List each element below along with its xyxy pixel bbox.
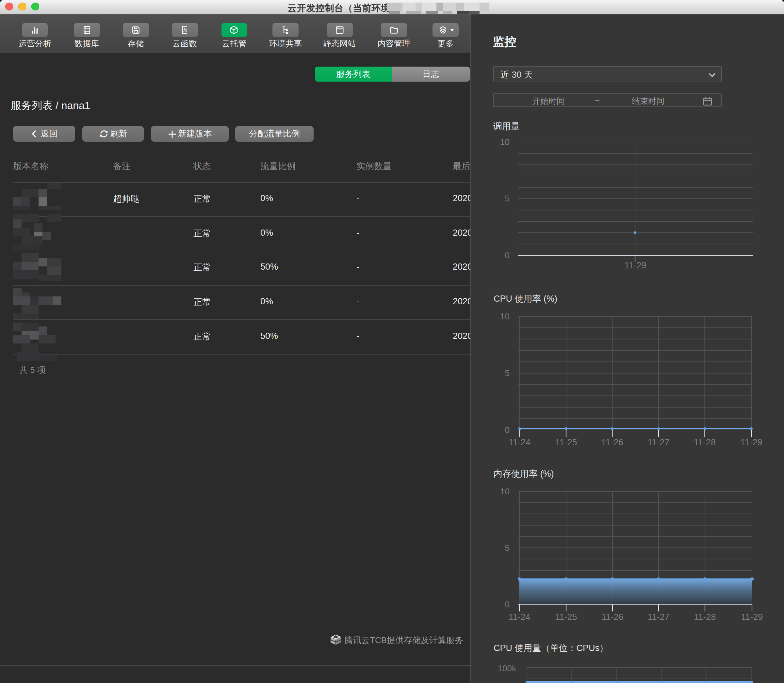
- svg-text:11-25: 11-25: [555, 612, 577, 622]
- svg-text:11-29: 11-29: [624, 261, 646, 270]
- svg-text:11-27: 11-27: [647, 438, 669, 447]
- svg-text:11-28: 11-28: [694, 612, 716, 622]
- svg-text:11-24: 11-24: [508, 612, 530, 622]
- svg-text:11-28: 11-28: [694, 438, 716, 447]
- svg-text:11-25: 11-25: [555, 438, 577, 447]
- svg-text:5: 5: [505, 368, 509, 378]
- svg-text:0: 0: [505, 425, 509, 435]
- svg-text:11-26: 11-26: [601, 612, 623, 622]
- svg-text:11-27: 11-27: [647, 612, 669, 622]
- svg-text:11-24: 11-24: [509, 438, 530, 447]
- svg-text:10: 10: [500, 137, 509, 147]
- svg-text:0: 0: [505, 600, 509, 609]
- svg-text:11-26: 11-26: [601, 438, 623, 447]
- svg-text:11-29: 11-29: [740, 438, 762, 447]
- svg-text:5: 5: [505, 194, 509, 204]
- svg-text:5: 5: [505, 543, 509, 553]
- svg-text:10: 10: [500, 486, 509, 496]
- svg-text:fx: fx: [183, 27, 187, 32]
- svg-text:10: 10: [500, 311, 509, 321]
- svg-text:100k: 100k: [498, 664, 516, 673]
- svg-text:11-29: 11-29: [741, 612, 763, 622]
- svg-text:0: 0: [505, 250, 509, 260]
